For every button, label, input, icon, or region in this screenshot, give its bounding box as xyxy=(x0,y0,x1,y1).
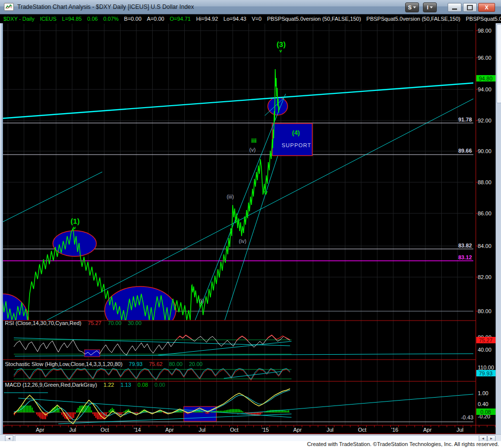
macd-hist-bar xyxy=(227,410,228,412)
macd-axis-label: 0.40 xyxy=(478,401,488,407)
chart-surface[interactable]: 98.0096.0094.0092.0090.0088.0086.0084.00… xyxy=(0,0,501,448)
macd-hist-bar xyxy=(122,412,123,413)
minimize-button[interactable] xyxy=(448,3,461,12)
macd-hist-bar xyxy=(95,412,96,418)
indicator-button[interactable]: I xyxy=(423,2,437,12)
macd-hist-bar xyxy=(183,412,184,412)
level-label: 89.66 xyxy=(458,148,472,154)
macd-hist-bar xyxy=(208,412,209,413)
x-axis-label: Jul xyxy=(457,427,463,433)
close-button[interactable]: X xyxy=(478,3,495,12)
y-axis-label: 92.00 xyxy=(478,118,492,123)
x-axis-label: '16 xyxy=(391,427,398,433)
y-axis-label: 98.00 xyxy=(478,28,492,34)
macd-hist-bar xyxy=(275,410,276,412)
macd-hist-bar xyxy=(236,409,237,412)
status-segment: $DXY - Daily xyxy=(3,16,35,22)
macd-hist-bar xyxy=(75,412,76,414)
support-box[interactable] xyxy=(272,123,312,156)
macd-highlight-box[interactable] xyxy=(184,407,216,421)
macd-hist-bar xyxy=(107,412,108,413)
macd-hist-bar xyxy=(287,410,288,412)
x-axis-label: Jul xyxy=(199,427,206,433)
macd-hist-bar xyxy=(284,410,285,412)
horizontal-scrollbar[interactable]: ◄ ◄ ► xyxy=(0,434,501,441)
status-segment: 0.06 xyxy=(87,16,97,22)
status-segment: O=94.71 xyxy=(169,16,191,22)
rsi-value-badge-text: 75.27 xyxy=(479,337,493,343)
macd-hist-bar xyxy=(242,411,243,412)
status-segment: A=0.00 xyxy=(147,16,164,22)
y-axis-label: 94.00 xyxy=(478,86,492,92)
x-axis-label: Jul xyxy=(327,427,334,433)
chevron-down-icon xyxy=(413,6,416,8)
app-chart-icon xyxy=(4,3,14,11)
macd-hist-bar xyxy=(58,409,59,412)
macd-hist-bar xyxy=(45,412,46,419)
macd-hist-bar xyxy=(239,409,240,412)
macd-hist-bar xyxy=(125,410,126,412)
y-axis-label: 88.00 xyxy=(478,179,492,185)
macd-hist-bar xyxy=(207,412,208,414)
status-segment: 0.07% xyxy=(103,16,119,22)
stoch-axis-label: 110.00 xyxy=(478,365,494,370)
macd-hist-bar xyxy=(124,411,125,412)
macd-hist-bar xyxy=(41,412,42,419)
macd-hist-bar xyxy=(79,406,80,412)
y-axis-label: 96.00 xyxy=(478,55,492,61)
macd-hist-bar xyxy=(73,412,74,418)
macd-hist-bar xyxy=(202,412,203,412)
status-segment: ICEUS xyxy=(40,16,57,22)
macd-hist-bar xyxy=(110,409,111,412)
macd-hist-bar xyxy=(224,410,225,412)
x-axis-label: Apr xyxy=(165,427,173,433)
level-label: 91.78 xyxy=(458,117,472,122)
macd-hist-bar xyxy=(288,410,289,412)
macd-hist-bar xyxy=(161,411,162,412)
vertical-scrollbar[interactable] xyxy=(496,23,501,434)
macd-hist-bar xyxy=(70,412,71,419)
macd-hist-bar xyxy=(91,410,92,412)
macd-hist-bar xyxy=(238,409,239,412)
y-axis-label: 84.00 xyxy=(478,243,492,249)
minimize-icon xyxy=(452,8,457,10)
macd-hist-bar xyxy=(94,412,95,416)
x-axis-label: Oct xyxy=(358,427,366,433)
status-segment: V=0 xyxy=(251,16,261,22)
macd-hist-bar xyxy=(38,412,39,416)
macd-hist-bar xyxy=(184,412,185,413)
y-axis-label: 86.00 xyxy=(478,210,492,216)
macd-value-badge-text: 0.08 xyxy=(480,409,491,415)
x-axis-label: Oct xyxy=(100,427,109,433)
macd-axis-label: 1.00 xyxy=(478,390,488,396)
window-left-border xyxy=(0,14,3,434)
rsi-axis-label: 40.00 xyxy=(478,347,492,353)
macd-hist-bar xyxy=(226,410,227,412)
status-segment: B=0.00 xyxy=(124,16,141,22)
macd-hist-bar xyxy=(229,409,230,412)
macd-hist-bar xyxy=(137,412,138,413)
status-segment: Hi=94.92 xyxy=(196,16,218,22)
macd-hist-bar xyxy=(32,407,33,412)
title-bar[interactable]: TradeStation Chart Analysis - $DXY Daily… xyxy=(0,0,501,14)
credit-text: Created with TradeStation. ©TradeStation… xyxy=(0,441,501,448)
window-title: TradeStation Chart Analysis - $DXY Daily… xyxy=(17,3,194,10)
restore-button[interactable] xyxy=(463,3,477,12)
macd-hist-bar xyxy=(276,410,277,412)
stoch-value-badge-text: 79.93 xyxy=(479,370,493,376)
macd-hist-bar xyxy=(76,410,77,412)
x-axis-label: Oct xyxy=(230,427,238,433)
status-segment: PBSPSquat5.0version (50,FALSE,150) xyxy=(267,16,361,22)
macd-hist-bar xyxy=(181,411,182,412)
restore-icon xyxy=(467,5,473,10)
macd-hist-bar xyxy=(109,410,110,412)
macd-hist-bar xyxy=(61,412,62,415)
macd-hist-bar xyxy=(97,412,98,419)
style-button[interactable]: S xyxy=(405,2,419,12)
macd-hist-bar xyxy=(285,410,286,412)
macd-hist-bar xyxy=(78,408,79,412)
y-axis-label: 82.00 xyxy=(478,274,492,280)
vertical-scrollbar-thumb[interactable] xyxy=(497,24,501,103)
macd-hist-bar xyxy=(89,407,90,412)
macd-hist-bar xyxy=(60,412,61,412)
